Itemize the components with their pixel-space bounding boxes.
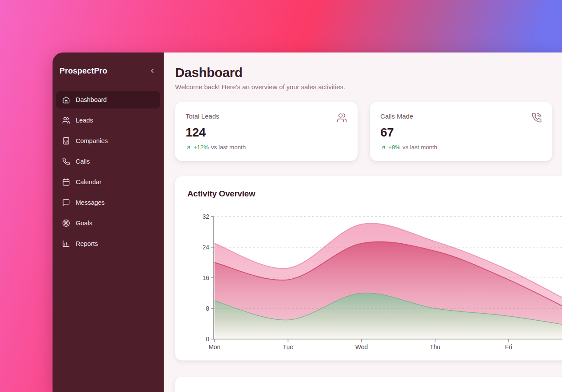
stat-trend: +12% vs last month bbox=[186, 144, 347, 150]
page-title: Dashboard bbox=[175, 65, 552, 80]
sidebar-item-calendar[interactable]: Calendar bbox=[56, 173, 160, 191]
target-icon bbox=[62, 219, 70, 227]
phone-icon bbox=[62, 158, 70, 165]
sidebar-item-dashboard[interactable]: Dashboard bbox=[56, 91, 160, 108]
y-tick-label: 24 bbox=[202, 244, 209, 251]
stat-card-total-leads: Total Leads 124 +12% vs last month bbox=[175, 102, 358, 161]
sidebar-item-leads[interactable]: Leads bbox=[56, 112, 160, 129]
message-square-icon bbox=[62, 199, 70, 206]
building-icon bbox=[62, 137, 70, 145]
arrow-up-right-icon bbox=[186, 144, 191, 150]
users-icon bbox=[62, 116, 70, 124]
sidebar-item-label: Calendar bbox=[76, 178, 102, 186]
y-tick-label: 0 bbox=[206, 336, 209, 343]
message-square-icon bbox=[62, 199, 70, 206]
sidebar: ProspectPro Dashboard Leads Companies Ca… bbox=[53, 52, 164, 392]
sidebar-collapse-button[interactable] bbox=[147, 66, 158, 76]
target-icon bbox=[62, 219, 70, 227]
home-icon bbox=[62, 96, 70, 104]
y-tick-label: 8 bbox=[206, 305, 209, 312]
stat-trend: +8% vs last month bbox=[380, 144, 542, 150]
app-window: ProspectPro Dashboard Leads Companies Ca… bbox=[53, 52, 562, 392]
phone-icon bbox=[62, 158, 70, 165]
main-content: Dashboard Welcome back! Here's an overvi… bbox=[164, 52, 562, 392]
sidebar-header: ProspectPro bbox=[53, 52, 164, 76]
trend-percent: +12% bbox=[193, 144, 209, 150]
arrow-up-right-icon bbox=[186, 144, 191, 150]
page-subtitle: Welcome back! Here's an overview of your… bbox=[175, 82, 552, 91]
trend-suffix: vs last month bbox=[211, 144, 246, 150]
y-tick-label: 32 bbox=[202, 213, 209, 220]
bar-chart-icon bbox=[62, 240, 70, 248]
sidebar-item-messages[interactable]: Messages bbox=[56, 194, 160, 211]
x-tick-label: Fri bbox=[505, 343, 512, 350]
y-tick-label: 16 bbox=[202, 274, 209, 281]
stats-row: Total Leads 124 +12% vs last month Calls… bbox=[175, 102, 552, 161]
stat-label: Calls Made bbox=[380, 112, 413, 120]
arrow-up-right-icon bbox=[380, 144, 386, 150]
building-icon bbox=[62, 137, 70, 145]
users-icon bbox=[62, 116, 70, 124]
phone-call-icon bbox=[531, 112, 542, 123]
x-tick-label: Wed bbox=[355, 343, 368, 350]
activity-area-chart: 08162432MonTueWedThuFri bbox=[187, 204, 562, 350]
x-tick-label: Mon bbox=[208, 343, 220, 350]
sidebar-item-companies[interactable]: Companies bbox=[56, 132, 160, 150]
stat-value: 67 bbox=[380, 126, 542, 140]
x-tick-label: Tue bbox=[283, 343, 293, 350]
chart-area: 08162432MonTueWedThuFri bbox=[187, 204, 562, 351]
activity-overview-card: Activity Overview bbox=[175, 176, 562, 360]
sidebar-item-label: Calls bbox=[76, 158, 90, 165]
sidebar-item-label: Companies bbox=[76, 137, 108, 144]
sidebar-item-label: Messages bbox=[76, 199, 105, 206]
sidebar-item-label: Goals bbox=[76, 220, 92, 227]
sidebar-item-label: Leads bbox=[76, 117, 93, 124]
trend-suffix: vs last month bbox=[402, 144, 437, 150]
home-icon bbox=[62, 96, 70, 104]
sidebar-item-calls[interactable]: Calls bbox=[56, 153, 160, 170]
sidebar-item-goals[interactable]: Goals bbox=[56, 214, 160, 232]
arrow-up-right-icon bbox=[380, 144, 386, 150]
brand-title: ProspectPro bbox=[60, 66, 107, 76]
x-tick-label: Thu bbox=[430, 343, 440, 350]
next-section-card bbox=[175, 377, 562, 392]
calendar-icon bbox=[62, 178, 70, 186]
sidebar-nav: Dashboard Leads Companies Calls Calendar… bbox=[53, 91, 164, 252]
chart-series bbox=[214, 224, 562, 339]
sidebar-item-reports[interactable]: Reports bbox=[56, 235, 160, 252]
stat-label: Total Leads bbox=[186, 112, 219, 120]
users-icon bbox=[337, 112, 347, 123]
stat-card-calls-made: Calls Made 67 +8% vs last month bbox=[370, 102, 552, 161]
users-icon bbox=[337, 112, 347, 123]
stat-value: 124 bbox=[186, 126, 347, 140]
trend-percent: +8% bbox=[388, 144, 400, 150]
sidebar-item-label: Reports bbox=[76, 240, 98, 247]
calendar-icon bbox=[62, 178, 70, 186]
sidebar-item-label: Dashboard bbox=[76, 96, 107, 103]
bar-chart-icon bbox=[62, 240, 70, 248]
chart-title: Activity Overview bbox=[187, 189, 562, 199]
phone-call-icon bbox=[531, 112, 542, 123]
chevron-left-icon bbox=[149, 67, 156, 74]
